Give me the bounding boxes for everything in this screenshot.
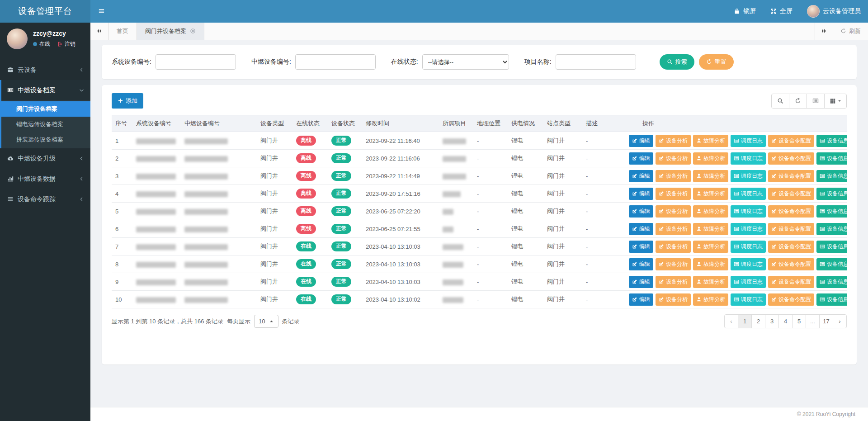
dispatch-log-button[interactable]: 调度日志 <box>731 152 766 165</box>
fault-analysis-button[interactable]: 故障分析 <box>693 276 728 288</box>
edit-button[interactable]: 编辑 <box>629 293 653 306</box>
dispatch-log-button[interactable]: 调度日志 <box>731 170 766 182</box>
edit-button[interactable]: 编辑 <box>629 223 653 235</box>
fault-analysis-button[interactable]: 故障分析 <box>693 258 728 270</box>
device-analysis-button[interactable]: 设备分析 <box>656 205 691 218</box>
fault-analysis-button[interactable]: 故障分析 <box>693 223 728 235</box>
fault-analysis-button[interactable]: 故障分析 <box>693 152 728 165</box>
tab-home[interactable]: 首页 <box>108 23 137 40</box>
pagination-page-button[interactable]: 3 <box>765 314 779 328</box>
lock-screen-button[interactable]: 锁屏 <box>726 0 763 23</box>
device-analysis-button[interactable]: 设备分析 <box>656 135 691 147</box>
device-analysis-button[interactable]: 设备分析 <box>656 152 691 165</box>
pagination-next-button[interactable]: › <box>833 314 847 328</box>
columns-button[interactable] <box>824 94 847 109</box>
pagination-prev-button[interactable]: ‹ <box>724 314 738 328</box>
sidebar-item-device-command-trace[interactable]: 设备命令跟踪 <box>1 189 90 209</box>
dispatch-log-button[interactable]: 调度日志 <box>731 241 766 253</box>
device-command-config-button[interactable]: 设备命令配置 <box>768 205 814 218</box>
search-button[interactable]: 搜索 <box>660 54 694 70</box>
dispatch-log-button[interactable]: 调度日志 <box>731 188 766 200</box>
edit-button[interactable]: 编辑 <box>629 135 653 147</box>
fault-analysis-button[interactable]: 故障分析 <box>693 205 728 218</box>
pagination-page-button[interactable]: 2 <box>751 314 765 328</box>
user-menu[interactable]: 云设备管理员 <box>800 0 868 23</box>
refresh-table-button[interactable] <box>789 94 807 109</box>
dispatch-log-button[interactable]: 调度日志 <box>731 276 766 288</box>
dispatch-log-button[interactable]: 调度日志 <box>731 223 766 235</box>
device-info-button[interactable]: 设备信息 <box>816 223 847 235</box>
device-command-config-button[interactable]: 设备命令配置 <box>768 170 814 182</box>
logout-button[interactable]: 注销 <box>57 40 75 48</box>
system-device-id-input[interactable] <box>156 54 236 70</box>
sidebar-subitem-valve-well-archive[interactable]: 阀门井设备档案 <box>1 101 90 117</box>
device-command-config-button[interactable]: 设备命令配置 <box>768 276 814 288</box>
sidebar-subitem-assembled-remote-archive[interactable]: 拼装远传设备档案 <box>1 132 90 147</box>
dispatch-log-button[interactable]: 调度日志 <box>731 258 766 270</box>
sidebar-item-zhongran-device-upgrade[interactable]: 中燃设备升级 <box>1 148 90 169</box>
device-command-config-button[interactable]: 设备命令配置 <box>768 258 814 270</box>
page-size-select[interactable]: 10 <box>254 315 278 328</box>
fullscreen-button[interactable]: 全屏 <box>763 0 800 23</box>
device-info-button[interactable]: 设备信息 <box>816 205 847 218</box>
device-command-config-button[interactable]: 设备命令配置 <box>768 152 814 165</box>
edit-button[interactable]: 编辑 <box>629 258 653 270</box>
fault-analysis-button[interactable]: 故障分析 <box>693 188 728 200</box>
device-command-config-button[interactable]: 设备命令配置 <box>768 188 814 200</box>
device-info-button[interactable]: 设备信息 <box>816 188 847 200</box>
device-info-button[interactable]: 设备信息 <box>816 170 847 182</box>
tab-valve-well-archive[interactable]: 阀门井设备档案 <box>137 23 204 40</box>
sidebar-subitem-lithium-remote-archive[interactable]: 锂电远传设备档案 <box>1 117 90 132</box>
device-analysis-button[interactable]: 设备分析 <box>656 293 691 306</box>
device-info-button[interactable]: 设备信息 <box>816 276 847 288</box>
pagination-page-button[interactable]: 5 <box>792 314 806 328</box>
device-analysis-button[interactable]: 设备分析 <box>656 188 691 200</box>
device-command-config-button[interactable]: 设备命令配置 <box>768 241 814 253</box>
dispatch-log-button[interactable]: 调度日志 <box>731 293 766 306</box>
device-info-button[interactable]: 设备信息 <box>816 152 847 165</box>
project-name-input[interactable] <box>556 54 636 70</box>
sidebar-item-zhongran-device-archive[interactable]: 中燃设备档案 <box>1 80 90 100</box>
device-command-config-button[interactable]: 设备命令配置 <box>768 223 814 235</box>
device-analysis-button[interactable]: 设备分析 <box>656 258 691 270</box>
dispatch-log-button[interactable]: 调度日志 <box>731 135 766 147</box>
detail-view-button[interactable] <box>807 94 825 109</box>
device-info-button[interactable]: 设备信息 <box>816 258 847 270</box>
online-status-select[interactable]: --请选择-- <box>422 54 509 70</box>
fault-analysis-button[interactable]: 故障分析 <box>693 135 728 147</box>
device-info-button[interactable]: 设备信息 <box>816 293 847 306</box>
tabs-scroll-right-button[interactable] <box>815 23 833 40</box>
add-button[interactable]: 添加 <box>112 93 143 109</box>
fault-analysis-button[interactable]: 故障分析 <box>693 170 728 182</box>
reset-button[interactable]: 重置 <box>699 54 734 70</box>
device-analysis-button[interactable]: 设备分析 <box>656 241 691 253</box>
pagination-page-button[interactable]: 1 <box>738 314 752 328</box>
fault-analysis-button[interactable]: 故障分析 <box>693 241 728 253</box>
device-info-button[interactable]: 设备信息 <box>816 135 847 147</box>
edit-button[interactable]: 编辑 <box>629 241 653 253</box>
tab-refresh-button[interactable]: 刷新 <box>833 23 868 40</box>
sidebar-toggle-button[interactable] <box>90 0 112 23</box>
edit-button[interactable]: 编辑 <box>629 170 653 182</box>
device-analysis-button[interactable]: 设备分析 <box>656 276 691 288</box>
avatar[interactable] <box>7 28 28 49</box>
sidebar-item-zhongran-device-data[interactable]: 中燃设备数据 <box>1 169 90 189</box>
device-command-config-button[interactable]: 设备命令配置 <box>768 135 814 147</box>
device-analysis-button[interactable]: 设备分析 <box>656 223 691 235</box>
device-info-button[interactable]: 设备信息 <box>816 241 847 253</box>
edit-button[interactable]: 编辑 <box>629 276 653 288</box>
dispatch-log-button[interactable]: 调度日志 <box>731 205 766 218</box>
device-command-config-button[interactable]: 设备命令配置 <box>768 293 814 306</box>
fault-analysis-button[interactable]: 故障分析 <box>693 293 728 306</box>
edit-button[interactable]: 编辑 <box>629 205 653 218</box>
show-search-button[interactable] <box>771 94 789 109</box>
zhongran-device-id-input[interactable] <box>295 54 376 70</box>
edit-button[interactable]: 编辑 <box>629 152 653 165</box>
pagination-page-button[interactable]: 4 <box>778 314 793 328</box>
tabs-scroll-left-button[interactable] <box>90 23 108 40</box>
app-logo[interactable]: 设备管理平台 <box>0 0 90 23</box>
edit-button[interactable]: 编辑 <box>629 188 653 200</box>
device-analysis-button[interactable]: 设备分析 <box>656 170 691 182</box>
pagination-page-button[interactable]: 17 <box>819 314 833 328</box>
sidebar-item-cloud-device[interactable]: 云设备 <box>1 60 90 80</box>
